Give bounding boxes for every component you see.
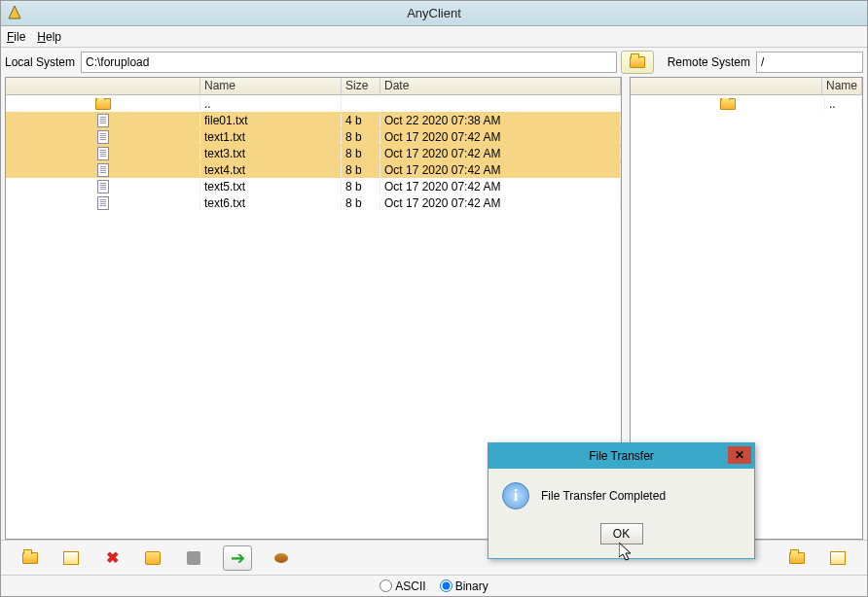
file-icon — [97, 163, 109, 177]
open-folder-button[interactable] — [18, 546, 42, 570]
file-size: 8 b — [342, 196, 380, 210]
file-date: Oct 17 2020 07:42 AM — [380, 163, 621, 177]
file-date: Oct 22 2020 07:38 AM — [380, 114, 621, 127]
remote-new-folder-button[interactable] — [826, 546, 850, 570]
remote-col-name[interactable]: Name — [822, 78, 862, 94]
refresh-icon — [145, 551, 161, 565]
close-icon: ✕ — [735, 448, 744, 462]
file-icon — [97, 180, 109, 193]
file-icon — [97, 114, 109, 127]
file-name: text4.txt — [200, 163, 342, 177]
file-name: text1.txt — [200, 130, 342, 144]
dialog-title: File Transfer — [589, 449, 654, 463]
upload-button[interactable]: ➔ — [223, 545, 252, 571]
local-grid-header: Name Size Date — [6, 78, 621, 95]
remote-parent-dir-label: .. — [825, 97, 862, 111]
app-icon — [7, 5, 22, 20]
delete-button[interactable]: ✖ — [100, 546, 124, 570]
parent-dir-label: .. — [200, 97, 342, 111]
local-col-date[interactable]: Date — [380, 78, 621, 94]
remote-system-label: Remote System — [668, 55, 750, 69]
folder-icon — [720, 98, 736, 110]
disk-icon — [274, 553, 288, 563]
file-icon — [97, 130, 109, 144]
local-col-size[interactable]: Size — [342, 78, 380, 94]
file-icon — [97, 147, 109, 160]
remote-open-folder-button[interactable] — [785, 546, 809, 570]
delete-icon: ✖ — [106, 548, 119, 567]
menu-file[interactable]: File — [7, 30, 25, 44]
file-row[interactable]: text5.txt8 bOct 17 2020 07:42 AM — [6, 178, 621, 194]
folder-icon — [22, 552, 38, 564]
stop-icon — [187, 551, 200, 565]
local-col-name[interactable]: Name — [200, 78, 342, 94]
local-system-label: Local System — [5, 55, 75, 69]
stop-button[interactable] — [182, 546, 205, 570]
file-date: Oct 17 2020 07:42 AM — [380, 147, 621, 160]
dialog-message: File Transfer Completed — [541, 489, 666, 503]
remote-path-input[interactable] — [756, 52, 863, 73]
menu-help[interactable]: Help — [37, 30, 61, 44]
file-size: 8 b — [342, 180, 380, 193]
file-icon — [97, 196, 109, 210]
file-date: Oct 17 2020 07:42 AM — [380, 180, 621, 193]
local-browse-button[interactable] — [621, 51, 654, 74]
file-size: 8 b — [342, 130, 380, 144]
ascii-mode-radio[interactable]: ASCII — [380, 579, 425, 593]
transfer-mode-footer: ASCII Binary — [1, 575, 867, 596]
menubar: File Help — [1, 26, 867, 48]
new-folder-button[interactable] — [59, 546, 83, 570]
parent-dir-row[interactable]: .. — [6, 95, 621, 112]
folder-icon — [95, 98, 111, 110]
titlebar: AnyClient — [1, 1, 867, 26]
file-size: 8 b — [342, 163, 380, 177]
file-name: text3.txt — [200, 147, 342, 160]
file-name: file01.txt — [200, 114, 342, 127]
local-path-input[interactable] — [81, 52, 617, 73]
new-folder-icon — [63, 551, 79, 565]
file-name: text5.txt — [200, 180, 342, 193]
arrow-right-icon: ➔ — [231, 547, 245, 569]
path-row: Local System Remote System — [1, 48, 867, 77]
file-size: 4 b — [342, 114, 380, 127]
binary-mode-radio[interactable]: Binary — [440, 579, 488, 593]
folder-icon — [630, 56, 645, 68]
folder-icon — [789, 552, 805, 564]
file-row[interactable]: file01.txt4 bOct 22 2020 07:38 AM — [6, 112, 621, 128]
file-name: text6.txt — [200, 196, 342, 210]
svg-marker-0 — [9, 6, 20, 18]
file-date: Oct 17 2020 07:42 AM — [380, 130, 621, 144]
file-row[interactable]: text4.txt8 bOct 17 2020 07:42 AM — [6, 161, 621, 178]
file-date: Oct 17 2020 07:42 AM — [380, 196, 621, 210]
file-size: 8 b — [342, 147, 380, 160]
file-row[interactable]: text6.txt8 bOct 17 2020 07:42 AM — [6, 194, 621, 211]
remote-parent-dir-row[interactable]: .. — [631, 95, 862, 112]
dialog-ok-button[interactable]: OK — [600, 523, 643, 544]
dialog-titlebar[interactable]: File Transfer ✕ — [488, 443, 754, 469]
refresh-button[interactable] — [141, 546, 164, 570]
file-transfer-dialog: File Transfer ✕ i File Transfer Complete… — [488, 442, 755, 559]
dialog-close-button[interactable]: ✕ — [728, 446, 751, 464]
file-row[interactable]: text1.txt8 bOct 17 2020 07:42 AM — [6, 128, 621, 145]
file-row[interactable]: text3.txt8 bOct 17 2020 07:42 AM — [6, 145, 621, 161]
app-title: AnyClient — [407, 6, 461, 20]
sync-button[interactable] — [270, 546, 293, 570]
info-icon: i — [502, 482, 529, 509]
remote-grid-header: Name — [631, 78, 862, 95]
new-folder-icon — [830, 551, 846, 565]
